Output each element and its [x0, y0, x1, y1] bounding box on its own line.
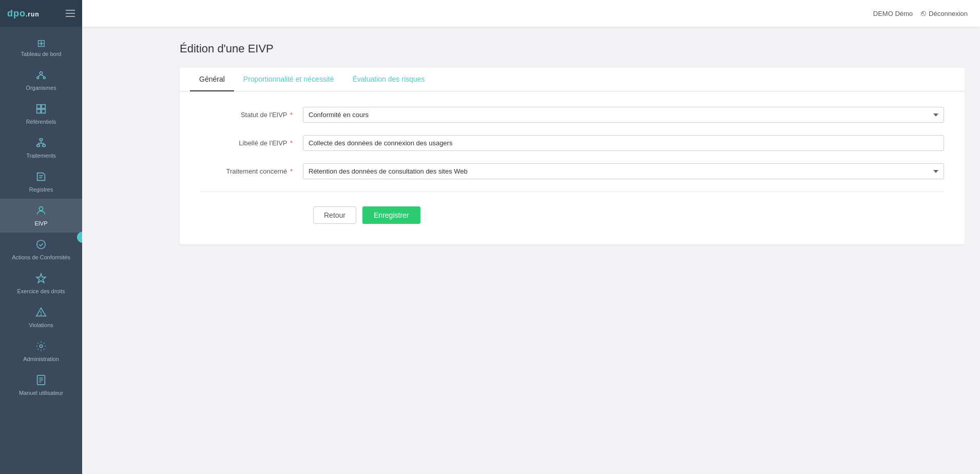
main-content: Édition d'une EIVP Général Proportionnal… [164, 27, 980, 474]
topbar: DEMO Démo ⎋ Déconnexion [82, 0, 980, 27]
sidebar-item-violations[interactable]: Violations [0, 300, 82, 334]
svg-point-2 [44, 77, 46, 79]
logout-icon: ⎋ [921, 9, 926, 18]
sidebar-item-label: Registres [29, 186, 53, 193]
libelle-input[interactable] [303, 135, 944, 151]
libelle-label: Libellé de l'EIVP * [200, 139, 303, 147]
svg-rect-11 [43, 145, 46, 147]
svg-rect-5 [37, 105, 41, 108]
statut-select[interactable]: Conformité en cours Conforme Non conform… [303, 107, 944, 123]
sidebar-item-label: Violations [29, 322, 53, 328]
sidebar-item-label: Administration [23, 356, 59, 362]
violations-icon [35, 307, 47, 319]
registres-icon [35, 171, 47, 184]
logo-tld: .run [26, 11, 40, 18]
form-card: Général Proportionnalité et nécessité Év… [180, 68, 965, 244]
svg-point-19 [37, 240, 46, 249]
conformites-icon [35, 239, 47, 252]
traitements-icon [35, 137, 47, 150]
statut-label: Statut de l'EIVP * [200, 111, 303, 119]
libelle-group: Libellé de l'EIVP * [200, 135, 944, 151]
topbar-user-label: DEMO Démo [873, 10, 913, 17]
sidebar-item-actions-conformites[interactable]: Actions de Conformités [0, 233, 82, 267]
sidebar-header: dpo.run [0, 0, 82, 27]
traitement-label: Traitement concerné * [200, 167, 303, 175]
sidebar-item-tableau-de-bord[interactable]: ⊞ Tableau de bord [0, 32, 82, 63]
sidebar-nav: ⊞ Tableau de bord Organismes Référentiel… [0, 27, 82, 407]
sidebar-item-referentiels[interactable]: Référentiels [0, 97, 82, 131]
form-body: Statut de l'EIVP * Conformité en cours C… [180, 91, 965, 244]
sidebar-item-label: EIVP [34, 220, 47, 226]
sidebar-item-label: Exercice des droits [17, 288, 65, 294]
manuel-icon [35, 374, 47, 387]
sidebar-item-label: Actions de Conformités [12, 254, 70, 260]
administration-icon [35, 340, 47, 353]
droits-icon [35, 273, 47, 286]
traitement-select[interactable]: Rétention des données de consultation de… [303, 163, 944, 179]
logout-label: Déconnexion [929, 10, 968, 17]
sidebar-item-organismes[interactable]: Organismes [0, 63, 82, 97]
sidebar-item-label: Référentiels [26, 119, 56, 125]
svg-point-21 [41, 314, 42, 315]
svg-rect-6 [42, 105, 45, 108]
traitement-group: Traitement concerné * Rétention des donn… [200, 163, 944, 179]
svg-rect-10 [37, 145, 40, 147]
logo-brand: dpo [7, 8, 26, 18]
form-actions: Retour Enregistrer [200, 206, 944, 224]
tab-general[interactable]: Général [190, 68, 234, 91]
sidebar-item-label: Organismes [26, 85, 56, 91]
sidebar-item-manuel-utilisateur[interactable]: Manuel utilisateur [0, 368, 82, 402]
sidebar-item-exercice-droits[interactable]: Exercice des droits [0, 267, 82, 300]
sidebar-item-label: Tableau de bord [21, 51, 62, 57]
topbar-user-info: DEMO Démo ⎋ Déconnexion [873, 9, 968, 18]
tab-proportionnalite[interactable]: Proportionnalité et nécessité [234, 68, 343, 91]
traitement-required: * [290, 167, 293, 175]
organismes-icon [35, 69, 47, 82]
tab-evaluation-risques[interactable]: Évaluation des risques [343, 68, 434, 91]
svg-point-22 [40, 345, 43, 348]
dashboard-icon: ⊞ [37, 38, 46, 48]
hamburger-button[interactable] [66, 10, 75, 17]
tabs: Général Proportionnalité et nécessité Év… [180, 68, 965, 91]
sidebar-item-eivp[interactable]: EIVP [0, 199, 82, 233]
svg-rect-7 [37, 109, 41, 113]
sidebar-item-traitements[interactable]: Traitements [0, 131, 82, 165]
svg-point-0 [40, 72, 43, 75]
logout-button[interactable]: ⎋ Déconnexion [921, 9, 968, 18]
logo: dpo.run [7, 8, 40, 19]
save-button[interactable]: Enregistrer [362, 206, 420, 224]
sidebar-item-registres[interactable]: Registres [0, 165, 82, 199]
svg-rect-8 [42, 109, 45, 113]
eivp-icon [35, 205, 47, 218]
page-title: Édition d'une EIVP [180, 42, 965, 55]
svg-point-1 [37, 77, 39, 79]
back-button[interactable]: Retour [313, 206, 356, 224]
form-divider [200, 192, 944, 192]
svg-line-3 [38, 74, 41, 77]
sidebar-item-label: Traitements [26, 153, 56, 159]
svg-rect-9 [40, 139, 43, 141]
sidebar-item-administration[interactable]: Administration [0, 334, 82, 368]
sidebar-item-label: Manuel utilisateur [19, 390, 63, 396]
statut-group: Statut de l'EIVP * Conformité en cours C… [200, 107, 944, 123]
statut-required: * [290, 111, 293, 119]
libelle-required: * [290, 139, 293, 147]
svg-line-4 [41, 74, 44, 77]
svg-point-18 [39, 207, 43, 211]
sidebar: dpo.run ⊞ Tableau de bord Organismes Réf… [0, 0, 82, 474]
referentiels-icon [35, 103, 47, 116]
